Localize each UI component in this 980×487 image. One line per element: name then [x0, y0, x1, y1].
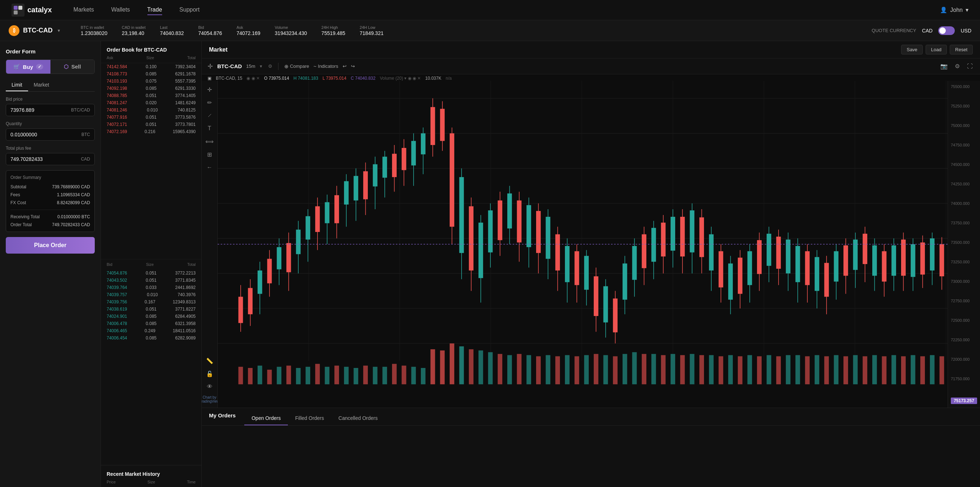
chart-settings-button[interactable]: ⚙ [953, 61, 961, 71]
volume-value: 31943234.430 [275, 30, 307, 36]
svg-rect-84 [546, 217, 550, 259]
pair-selector[interactable]: ₿ BTC-CAD ▾ [9, 25, 66, 36]
svg-rect-173 [296, 368, 301, 384]
svg-rect-130 [767, 234, 772, 266]
filled-orders-tab[interactable]: Filled Orders [288, 412, 331, 425]
ask-row[interactable]: 74088.7850.0513774.1405 [101, 92, 201, 99]
ask-row[interactable]: 74103.1930.0755557.7395 [101, 78, 201, 85]
svg-rect-236 [901, 356, 906, 385]
bid-row[interactable]: 74006.4780.0856321.3958 [101, 320, 201, 327]
svg-rect-225 [795, 355, 800, 384]
magnet-tool[interactable]: ⊞ [204, 148, 215, 160]
svg-rect-126 [747, 251, 752, 285]
svg-rect-120 [718, 251, 723, 287]
ruler-tool[interactable]: 📏 [204, 355, 215, 367]
svg-rect-174 [305, 367, 310, 385]
trend-tool[interactable]: ⟋ [204, 110, 215, 121]
quantity-input[interactable] [10, 132, 81, 137]
measure-tool[interactable]: ⟺ [204, 136, 215, 147]
price-72500: 72500.000 [951, 318, 977, 323]
ohlc-open: O 73975.014 [264, 76, 289, 81]
svg-rect-164 [930, 238, 935, 271]
draw-tool[interactable]: ✏ [204, 97, 215, 108]
nav-markets[interactable]: Markets [73, 5, 94, 15]
save-button[interactable]: Save [901, 45, 923, 54]
svg-rect-186 [421, 368, 425, 384]
bid-row[interactable]: 74006.4540.0856282.9089 [101, 334, 201, 342]
nav-trade[interactable]: Trade [147, 5, 162, 15]
my-orders-title: My Orders [209, 412, 235, 425]
ask-row[interactable]: 74108.7730.0856291.1678 [101, 70, 201, 78]
settings-icon: ⚙ [268, 64, 272, 69]
current-price-badge: 75173.257 [951, 398, 977, 404]
chart-symbol-icon: ▣ [208, 76, 212, 81]
price-74250: 74250.000 [951, 182, 977, 186]
ask-row[interactable]: 74081.2460.010740.8125 [101, 106, 201, 113]
ask-row[interactable]: 74142.5840.1007392.3404 [101, 63, 201, 70]
svg-rect-167 [239, 367, 243, 385]
ask-row[interactable]: 74072.1710.0513773.7801 [101, 121, 201, 128]
back-arrow-tool[interactable]: ← [204, 161, 215, 173]
ask-row[interactable]: 74092.1980.0856291.3330 [101, 85, 201, 92]
price-scale: 75500.000 75250.000 75000.000 74750.000 … [948, 81, 980, 408]
text-tool[interactable]: T [204, 123, 215, 134]
svg-rect-219 [738, 356, 743, 385]
svg-rect-104 [642, 234, 646, 268]
svg-rect-44 [353, 176, 358, 201]
ask-row[interactable]: 74077.9160.0513773.5876 [101, 113, 201, 121]
order-total-label: Order Total [10, 222, 32, 227]
quote-toggle[interactable] [938, 26, 955, 35]
bid-row[interactable]: 74006.4650.24918411.0516 [101, 327, 201, 334]
bid-row[interactable]: 74039.7570.010740.3976 [101, 291, 201, 299]
reset-button[interactable]: Reset [950, 45, 973, 54]
svg-rect-217 [718, 356, 723, 385]
svg-rect-224 [786, 355, 791, 384]
svg-rect-239 [930, 355, 935, 384]
quantity-group: Quantity BTC [6, 121, 95, 141]
crosshair-tool[interactable]: ✛ [204, 84, 215, 95]
eye-tool[interactable]: 👁 [204, 381, 215, 393]
open-orders-tab[interactable]: Open Orders [244, 412, 288, 425]
cancelled-orders-tab[interactable]: Cancelled Orders [331, 412, 385, 425]
bid-row[interactable]: 74038.6190.0513771.8227 [101, 305, 201, 313]
svg-rect-134 [786, 240, 791, 273]
svg-rect-168 [248, 368, 253, 384]
lock-tool[interactable]: 🔓 [204, 368, 215, 380]
bid-row[interactable]: 74039.7640.0332441.8692 [101, 284, 201, 291]
bid-price-input[interactable] [10, 107, 71, 113]
bid-row[interactable]: 74043.5020.0513771.8345 [101, 277, 201, 284]
receiving-total-value: 0.01000000 BTC [57, 214, 90, 219]
indicators-button[interactable]: ~ Indicators [313, 64, 338, 69]
svg-rect-211 [661, 355, 666, 384]
ask-row[interactable]: 74072.1690.21615965.4390 [101, 128, 201, 135]
load-button[interactable]: Load [926, 45, 947, 54]
svg-rect-240 [940, 356, 944, 385]
volume-label: Volume [275, 25, 307, 30]
svg-rect-194 [498, 354, 502, 384]
ask-row[interactable]: 74081.2470.0201481.6249 [101, 99, 201, 106]
last-stat: Last 74040.832 [160, 25, 184, 36]
svg-rect-180 [363, 366, 368, 385]
market-tab[interactable]: Market [28, 79, 55, 91]
order-book-title: Order Book for BTC-CAD [101, 41, 201, 56]
order-total-value: 749.70282433 CAD [52, 222, 90, 227]
bid-row[interactable]: 74039.7560.16712349.8313 [101, 299, 201, 305]
sell-tab[interactable]: ⬡ Sell [51, 60, 95, 73]
nav-wallets[interactable]: Wallets [111, 5, 130, 15]
undo-button[interactable]: ↩ [343, 64, 347, 69]
fullscreen-button[interactable]: ⛶ [966, 62, 974, 71]
compare-button[interactable]: ⊕ Compare [284, 64, 309, 69]
buy-tab[interactable]: 🛒 Buy ✓ [6, 60, 51, 73]
order-total-row: Order Total 749.70282433 CAD [10, 222, 90, 227]
bid-row[interactable]: 74054.8760.0513772.2213 [101, 270, 201, 277]
user-menu[interactable]: 👤 John ▾ [940, 6, 969, 13]
total-fee-input[interactable] [10, 156, 81, 162]
limit-tab[interactable]: Limit [6, 79, 28, 91]
bid-row[interactable]: 74024.9010.0856284.4905 [101, 313, 201, 320]
rh-size-col: Size [147, 480, 155, 484]
camera-button[interactable]: 📷 [939, 61, 949, 71]
chart-interval[interactable]: 15m [246, 64, 255, 69]
redo-button[interactable]: ↪ [351, 64, 355, 69]
nav-support[interactable]: Support [180, 5, 200, 15]
place-order-button[interactable]: Place Order [6, 237, 95, 254]
